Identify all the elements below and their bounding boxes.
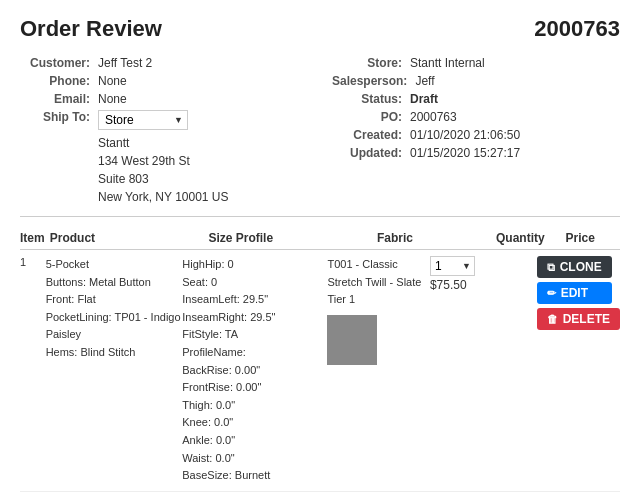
po-label: PO: bbox=[332, 110, 402, 124]
edit-button[interactable]: ✏ EDIT bbox=[537, 282, 612, 304]
size-line-7: BackRise: 0.00" bbox=[182, 362, 327, 380]
created-value: 01/10/2020 21:06:50 bbox=[410, 128, 520, 142]
quantity-select-wrapper[interactable]: 1 2 3 bbox=[430, 256, 475, 276]
po-row: PO: 2000763 bbox=[332, 110, 620, 124]
pencil-icon: ✏ bbox=[547, 287, 556, 300]
ship-to-select[interactable]: Store bbox=[98, 110, 188, 130]
phone-value: None bbox=[98, 74, 127, 88]
size-profile-details: HighHip: 0 Seat: 0 InseamLeft: 29.5" Ins… bbox=[182, 256, 327, 485]
size-line-9: Thigh: 0.0" bbox=[182, 397, 327, 415]
po-value: 2000763 bbox=[410, 110, 457, 124]
order-number: 2000763 bbox=[534, 16, 620, 42]
customer-row: Customer: Jeff Test 2 bbox=[20, 56, 308, 70]
email-value: None bbox=[98, 92, 127, 106]
size-line-5: FitStyle: TA bbox=[182, 326, 327, 344]
copy-icon: ⧉ bbox=[547, 261, 555, 274]
email-row: Email: None bbox=[20, 92, 308, 106]
size-line-6: ProfileName: bbox=[182, 344, 327, 362]
ship-to-select-wrapper[interactable]: Store bbox=[98, 110, 188, 130]
created-row: Created: 01/10/2020 21:06:50 bbox=[332, 128, 620, 142]
size-line-10: Knee: 0.0" bbox=[182, 414, 327, 432]
status-row: Status: Draft bbox=[332, 92, 620, 106]
delete-button[interactable]: 🗑 DELETE bbox=[537, 308, 620, 330]
col-fabric-header: Fabric bbox=[377, 231, 496, 245]
size-line-3: InseamLeft: 29.5" bbox=[182, 291, 327, 309]
address-line2: 134 West 29th St bbox=[98, 152, 308, 170]
customer-info: Customer: Jeff Test 2 Phone: None Email:… bbox=[20, 56, 308, 206]
col-item-header: Item bbox=[20, 231, 50, 245]
size-line-12: Waist: 0.0" bbox=[182, 450, 327, 468]
updated-value: 01/15/2020 15:27:17 bbox=[410, 146, 520, 160]
size-line-8: FrontRise: 0.00" bbox=[182, 379, 327, 397]
product-line-1: 5-Pocket bbox=[46, 256, 183, 274]
page-title: Order Review bbox=[20, 16, 162, 42]
delete-label: DELETE bbox=[563, 312, 610, 326]
address-line4: New York, NY 10001 US bbox=[98, 188, 308, 206]
fabric-line-1: T001 - Classic bbox=[327, 256, 429, 274]
fabric-details: T001 - Classic Stretch Twill - Slate Tie… bbox=[327, 256, 429, 365]
fabric-swatch bbox=[327, 315, 377, 365]
clone-button[interactable]: ⧉ CLONE bbox=[537, 256, 612, 278]
customer-value: Jeff Test 2 bbox=[98, 56, 152, 70]
size-line-13: BaseSize: Burnett bbox=[182, 467, 327, 485]
phone-label: Phone: bbox=[20, 74, 90, 88]
updated-label: Updated: bbox=[332, 146, 402, 160]
customer-label: Customer: bbox=[20, 56, 90, 70]
product-line-4: PocketLining: TP01 - Indigo Paisley bbox=[46, 309, 183, 344]
created-label: Created: bbox=[332, 128, 402, 142]
store-row: Store: Stantt Internal bbox=[332, 56, 620, 70]
quantity-col: 1 2 3 $75.50 bbox=[430, 256, 490, 292]
store-value: Stantt Internal bbox=[410, 56, 485, 70]
updated-row: Updated: 01/15/2020 15:27:17 bbox=[332, 146, 620, 160]
price-value: $75.50 bbox=[430, 278, 490, 292]
salesperson-value: Jeff bbox=[415, 74, 434, 88]
size-line-11: Ankle: 0.0" bbox=[182, 432, 327, 450]
trash-icon: 🗑 bbox=[547, 313, 558, 325]
status-value: Draft bbox=[410, 92, 438, 106]
email-label: Email: bbox=[20, 92, 90, 106]
salesperson-row: Salesperson: Jeff bbox=[332, 74, 620, 88]
product-line-2: Buttons: Metal Button bbox=[46, 274, 183, 292]
col-product-header: Product bbox=[50, 231, 209, 245]
address-line3: Suite 803 bbox=[98, 170, 308, 188]
phone-row: Phone: None bbox=[20, 74, 308, 88]
ship-to-row: Ship To: Store bbox=[20, 110, 308, 130]
info-section: Customer: Jeff Test 2 Phone: None Email:… bbox=[20, 56, 620, 206]
section-divider bbox=[20, 216, 620, 217]
salesperson-label: Salesperson: bbox=[332, 74, 407, 88]
col-price-header: Price bbox=[565, 231, 620, 245]
table-header: Item Product Size Profile Fabric Quantit… bbox=[20, 227, 620, 250]
store-label: Store: bbox=[332, 56, 402, 70]
fabric-line-2: Stretch Twill - Slate bbox=[327, 274, 429, 292]
product-details: 5-Pocket Buttons: Metal Button Front: Fl… bbox=[46, 256, 183, 362]
status-label: Status: bbox=[332, 92, 402, 106]
page: Order Review 2000763 Customer: Jeff Test… bbox=[0, 0, 640, 500]
table-row: 1 5-Pocket Buttons: Metal Button Front: … bbox=[20, 250, 620, 492]
order-info: Store: Stantt Internal Salesperson: Jeff… bbox=[332, 56, 620, 206]
quantity-select[interactable]: 1 2 3 bbox=[430, 256, 475, 276]
size-line-4: InseamRight: 29.5" bbox=[182, 309, 327, 327]
col-qty-header: Quantity bbox=[496, 231, 565, 245]
address-line1: Stantt bbox=[98, 134, 308, 152]
size-line-1: HighHip: 0 bbox=[182, 256, 327, 274]
address-block: Stantt 134 West 29th St Suite 803 New Yo… bbox=[98, 134, 308, 206]
ship-to-label: Ship To: bbox=[20, 110, 90, 124]
actions-col: ⧉ CLONE ✏ EDIT 🗑 DELETE bbox=[537, 256, 620, 330]
clone-label: CLONE bbox=[560, 260, 602, 274]
size-line-2: Seat: 0 bbox=[182, 274, 327, 292]
product-line-3: Front: Flat bbox=[46, 291, 183, 309]
product-line-5: Hems: Blind Stitch bbox=[46, 344, 183, 362]
page-header: Order Review 2000763 bbox=[20, 16, 620, 42]
col-size-header: Size Profile bbox=[208, 231, 377, 245]
item-number: 1 bbox=[20, 256, 46, 268]
edit-label: EDIT bbox=[561, 286, 588, 300]
fabric-line-3: Tier 1 bbox=[327, 291, 429, 309]
